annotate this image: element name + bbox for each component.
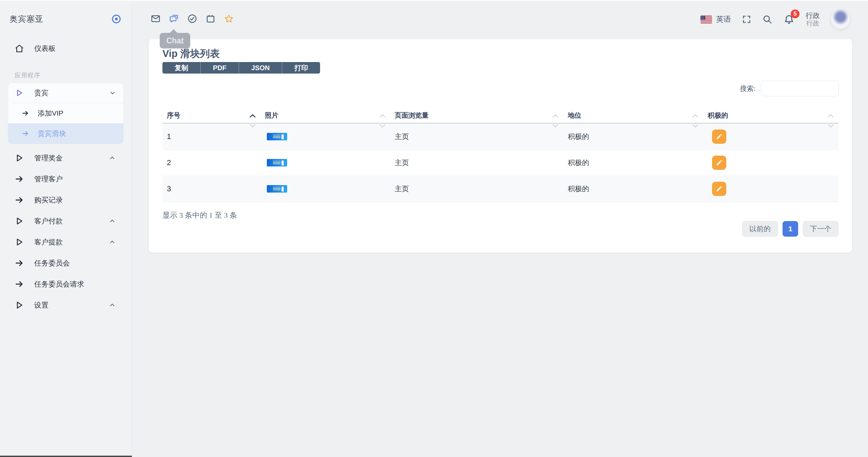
sidebar-item-label: 管理奖金 — [34, 153, 63, 163]
sidebar-item-purchase-records[interactable]: 购买记录 — [0, 190, 132, 211]
sidebar-item-dashboard[interactable]: 仪表板 — [0, 38, 132, 59]
pencil-icon — [715, 159, 723, 166]
mail-icon[interactable] — [151, 14, 161, 24]
previous-page-button[interactable]: 以前的 — [742, 221, 778, 237]
sidebar-item-customer-withdrawals[interactable]: 客户提款 — [0, 232, 132, 253]
edit-button[interactable] — [712, 182, 726, 196]
chat-tooltip: Chat — [160, 33, 190, 48]
avatar[interactable] — [831, 9, 850, 29]
user-menu[interactable]: 行政 行政 — [806, 12, 820, 27]
sort-asc-icon — [692, 112, 698, 115]
search-icon[interactable] — [762, 14, 772, 24]
column-header-status[interactable]: 地位 — [563, 108, 703, 123]
notifications-button[interactable]: 5 — [783, 14, 795, 25]
print-button[interactable]: 打印 — [282, 62, 320, 74]
notification-badge: 5 — [791, 9, 800, 18]
play-icon — [15, 153, 24, 163]
star-icon[interactable] — [224, 14, 234, 24]
sort-desc-icon — [379, 122, 386, 125]
brand-row: 奥宾塞亚 — [0, 0, 132, 38]
arrow-right-icon — [15, 279, 24, 289]
sidebar-item-label: 客户提款 — [34, 237, 63, 247]
vip-banner-thumbnail — [267, 159, 287, 166]
home-icon — [15, 44, 24, 53]
cell-actions — [703, 182, 839, 196]
sidebar-item-task-board-requests[interactable]: 任务委员会请求 — [0, 274, 132, 295]
table-header: 序号 照片 页面浏览量 地位 — [162, 108, 839, 124]
cell-actions — [703, 130, 839, 144]
cell-status: 积极的 — [563, 158, 703, 167]
play-icon — [15, 237, 24, 247]
table-row: 1 主页 积极的 — [162, 124, 839, 150]
page-1-button[interactable]: 1 — [783, 221, 798, 237]
search-label: 搜索: — [740, 84, 755, 93]
arrow-right-icon — [15, 174, 24, 184]
sidebar-item-label: 任务委员会请求 — [34, 279, 84, 289]
play-icon — [15, 88, 24, 97]
play-icon — [15, 300, 24, 310]
edit-button[interactable] — [712, 130, 726, 144]
chevron-up-icon — [109, 239, 116, 245]
page-title: Vip 滑块列表 — [162, 47, 220, 61]
search-input[interactable] — [761, 81, 839, 96]
cell-status: 积极的 — [563, 184, 703, 194]
column-header-photo[interactable]: 照片 — [260, 108, 390, 123]
arrow-right-icon — [15, 195, 24, 205]
topbar-user-icons: 英语 5 行政 行政 — [701, 8, 850, 31]
vip-slider-card: Vip 滑块列表 复制 PDF JSON 打印 搜索: 序号 照片 — [149, 39, 852, 253]
sort-asc-icon — [552, 112, 558, 115]
chat-icon[interactable] — [169, 14, 179, 24]
sort-desc-icon — [250, 122, 256, 125]
chat-tooltip-label: Chat — [166, 36, 183, 45]
check-circle-icon[interactable] — [187, 14, 197, 24]
user-role: 行政 — [806, 20, 820, 27]
export-button-group: 复制 PDF JSON 打印 — [162, 62, 320, 74]
topbar-quick-icons — [151, 14, 234, 24]
calendar-icon[interactable] — [205, 14, 216, 24]
json-button[interactable]: JSON — [239, 62, 282, 74]
brand-name: 奥宾塞亚 — [9, 14, 43, 24]
sort-asc-icon — [828, 112, 834, 115]
sidebar-item-manage-bonus[interactable]: 管理奖金 — [0, 147, 132, 168]
cell-serial: 1 — [162, 132, 260, 141]
table-row: 2 主页 积极的 — [162, 150, 839, 176]
copy-button[interactable]: 复制 — [162, 62, 201, 74]
sidebar-item-task-board[interactable]: 任务委员会 — [0, 253, 132, 274]
chevron-up-icon — [109, 155, 116, 161]
cell-pageviews: 主页 — [390, 132, 563, 141]
sidebar-item-settings[interactable]: 设置 — [0, 295, 132, 316]
sidebar-item-label: 添加VIP — [38, 108, 63, 118]
target-icon[interactable] — [111, 14, 121, 24]
chevron-up-icon — [109, 302, 116, 309]
table-row: 3 主页 积极的 — [162, 176, 839, 202]
sidebar-item-vip[interactable]: 贵宾 — [8, 83, 123, 103]
language-label: 英语 — [716, 14, 731, 24]
main-area: Chat 英语 5 行政 行政 — [132, 0, 868, 457]
sort-asc-icon — [250, 112, 256, 115]
column-header-active[interactable]: 积极的 — [703, 108, 839, 123]
sidebar: 奥宾塞亚 仪表板 应用程序 贵宾 — [0, 0, 132, 457]
sidebar-item-label: 贵宾滑块 — [38, 129, 66, 138]
vip-banner-thumbnail — [267, 133, 287, 140]
sidebar-group-vip: 贵宾 添加VIP 贵宾滑块 — [8, 83, 124, 144]
column-header-serial[interactable]: 序号 — [162, 108, 260, 123]
sidebar-item-add-vip[interactable]: 添加VIP — [8, 103, 123, 123]
edit-button[interactable] — [712, 156, 726, 170]
cell-status: 积极的 — [563, 132, 703, 141]
us-flag-icon — [701, 16, 712, 23]
sidebar-section-label: 应用程序 — [15, 71, 132, 79]
table-info-text: 显示 3 条中的 1 至 3 条 — [162, 210, 237, 220]
fullscreen-icon[interactable] — [742, 15, 751, 24]
sidebar-item-customer-payments[interactable]: 客户付款 — [0, 211, 132, 232]
sidebar-item-vip-slider[interactable]: 贵宾滑块 — [8, 123, 123, 144]
column-header-pageviews[interactable]: 页面浏览量 — [390, 108, 563, 123]
sort-desc-icon — [828, 122, 834, 125]
cell-pageviews: 主页 — [390, 184, 563, 194]
pdf-button[interactable]: PDF — [201, 62, 239, 74]
sidebar-item-label: 管理客户 — [34, 174, 63, 184]
next-page-button[interactable]: 下一个 — [803, 221, 839, 237]
vip-banner-thumbnail — [267, 185, 287, 193]
cell-photo — [260, 133, 390, 140]
language-selector[interactable]: 英语 — [701, 14, 731, 24]
sidebar-item-manage-customers[interactable]: 管理客户 — [0, 168, 132, 190]
